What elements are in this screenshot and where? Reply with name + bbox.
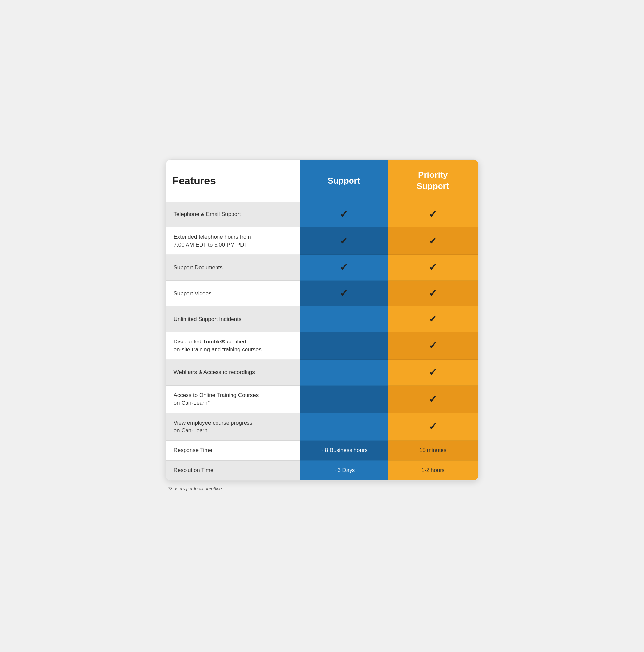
table-row: Telephone & Email Support✓✓ <box>166 201 478 227</box>
support-value-cell: ✓ <box>300 201 387 227</box>
priority-value-cell: ✓ <box>388 255 478 280</box>
priority-value-cell: 15 minutes <box>388 441 478 461</box>
priority-value-cell: ✓ <box>388 201 478 227</box>
priority-value-cell: ✓ <box>388 306 478 332</box>
table-row: Extended telephone hours from7:00 AM EDT… <box>166 227 478 255</box>
support-text-value: ~ 8 Business hours <box>320 447 367 453</box>
priority-checkmark: ✓ <box>429 208 437 221</box>
footnote: *3 users per location/office <box>166 481 479 492</box>
priority-checkmark: ✓ <box>429 261 437 274</box>
header-features: Features <box>166 160 300 201</box>
features-heading: Features <box>172 175 216 187</box>
feature-cell: Support Documents <box>166 255 300 280</box>
comparison-table-container: Features Support PrioritySupport Telepho… <box>166 160 479 481</box>
priority-value-cell: ✓ <box>388 360 478 385</box>
support-value-cell: ~ 8 Business hours <box>300 441 387 461</box>
priority-checkmark: ✓ <box>429 339 437 353</box>
support-value-cell: ✓ <box>300 255 387 280</box>
priority-support-heading: PrioritySupport <box>417 170 449 191</box>
support-value-cell: ✓ <box>300 227 387 255</box>
priority-value-cell: ✓ <box>388 227 478 255</box>
priority-checkmark: ✓ <box>429 420 437 433</box>
table-row: Resolution Time~ 3 Days1-2 hours <box>166 460 478 480</box>
feature-cell: Webinars & Access to recordings <box>166 360 300 385</box>
support-text-value: ~ 3 Days <box>333 467 355 473</box>
feature-cell: Response Time <box>166 441 300 461</box>
support-checkmark: ✓ <box>340 287 348 300</box>
table-row: Response Time~ 8 Business hours15 minute… <box>166 441 478 461</box>
priority-checkmark: ✓ <box>429 312 437 326</box>
priority-value-cell: 1-2 hours <box>388 460 478 480</box>
feature-cell: Extended telephone hours from7:00 AM EDT… <box>166 227 300 255</box>
priority-value-cell: ✓ <box>388 413 478 441</box>
support-value-cell <box>300 413 387 441</box>
priority-text-value: 1-2 hours <box>421 467 445 473</box>
table-row: Unlimited Support Incidents✓ <box>166 306 478 332</box>
page-wrapper: Features Support PrioritySupport Telepho… <box>166 160 479 492</box>
support-value-cell <box>300 306 387 332</box>
support-value-cell <box>300 332 387 360</box>
table-row: Support Videos✓✓ <box>166 280 478 306</box>
priority-checkmark: ✓ <box>429 234 437 248</box>
priority-value-cell: ✓ <box>388 280 478 306</box>
support-value-cell: ~ 3 Days <box>300 460 387 480</box>
table-row: Access to Online Training Courseson Can-… <box>166 385 478 413</box>
support-value-cell <box>300 385 387 413</box>
priority-checkmark: ✓ <box>429 365 437 379</box>
table-row: Webinars & Access to recordings✓ <box>166 360 478 385</box>
priority-value-cell: ✓ <box>388 332 478 360</box>
support-value-cell <box>300 360 387 385</box>
comparison-table: Features Support PrioritySupport Telepho… <box>166 160 478 481</box>
priority-checkmark: ✓ <box>429 287 437 300</box>
table-row: View employee course progresson Can-Lear… <box>166 413 478 441</box>
header-priority-support: PrioritySupport <box>388 160 478 201</box>
feature-cell: Discounted Trimble® certifiedon-site tra… <box>166 332 300 360</box>
header-support: Support <box>300 160 387 201</box>
feature-cell: Resolution Time <box>166 460 300 480</box>
support-value-cell: ✓ <box>300 280 387 306</box>
feature-cell: Access to Online Training Courseson Can-… <box>166 385 300 413</box>
support-checkmark: ✓ <box>340 234 348 248</box>
header-row: Features Support PrioritySupport <box>166 160 478 201</box>
feature-cell: View employee course progresson Can-Lear… <box>166 413 300 441</box>
support-heading: Support <box>328 176 360 186</box>
priority-text-value: 15 minutes <box>419 447 446 453</box>
priority-checkmark: ✓ <box>429 392 437 406</box>
support-checkmark: ✓ <box>340 208 348 221</box>
support-checkmark: ✓ <box>340 261 348 274</box>
feature-cell: Support Videos <box>166 280 300 306</box>
feature-cell: Telephone & Email Support <box>166 201 300 227</box>
feature-cell: Unlimited Support Incidents <box>166 306 300 332</box>
table-row: Support Documents✓✓ <box>166 255 478 280</box>
priority-value-cell: ✓ <box>388 385 478 413</box>
table-row: Discounted Trimble® certifiedon-site tra… <box>166 332 478 360</box>
